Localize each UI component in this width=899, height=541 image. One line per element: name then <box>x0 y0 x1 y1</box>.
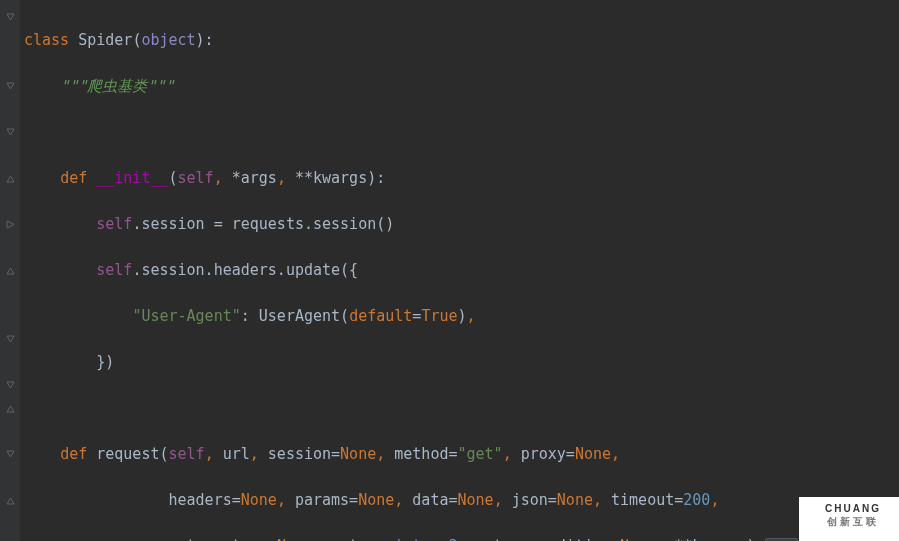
fold-end-icon[interactable] <box>0 489 20 512</box>
code-line[interactable]: return_type=None, retry: int = 3, retry_… <box>24 535 899 541</box>
watermark: CHUANG 创新互联 <box>799 497 899 541</box>
fold-icon[interactable] <box>0 75 20 98</box>
code-line[interactable]: }) <box>24 351 899 374</box>
fold-end-icon[interactable] <box>0 397 20 420</box>
fold-icon[interactable] <box>0 121 20 144</box>
code-line[interactable]: """爬虫基类""" <box>24 75 899 98</box>
fold-icon[interactable] <box>0 213 20 236</box>
code-area[interactable]: class Spider(object): """爬虫基类""" def __i… <box>20 0 899 541</box>
fold-icon[interactable] <box>0 6 20 29</box>
code-line[interactable]: class Spider(object): <box>24 29 899 52</box>
code-line[interactable] <box>24 397 899 420</box>
fold-icon[interactable] <box>0 328 20 351</box>
fold-end-icon[interactable] <box>0 259 20 282</box>
code-line[interactable]: self.session.headers.update({ <box>24 259 899 282</box>
gutter <box>0 0 20 541</box>
code-line[interactable]: headers=None, params=None, data=None, js… <box>24 489 899 512</box>
code-line[interactable]: def request(self, url, session=None, met… <box>24 443 899 466</box>
fold-icon[interactable] <box>0 374 20 397</box>
code-line[interactable]: def __init__(self, *args, **kwargs): <box>24 167 899 190</box>
fold-icon[interactable] <box>0 443 20 466</box>
code-line[interactable] <box>24 121 899 144</box>
code-line[interactable]: self.session = requests.session() <box>24 213 899 236</box>
code-line[interactable]: "User-Agent": UserAgent(default=True), <box>24 305 899 328</box>
watermark-bottom: 创新互联 <box>827 516 879 528</box>
fold-end-icon[interactable] <box>0 167 20 190</box>
fold-ellipsis[interactable]: ... <box>765 538 798 542</box>
code-editor[interactable]: class Spider(object): """爬虫基类""" def __i… <box>0 0 899 541</box>
watermark-top: CHUANG <box>825 503 881 515</box>
